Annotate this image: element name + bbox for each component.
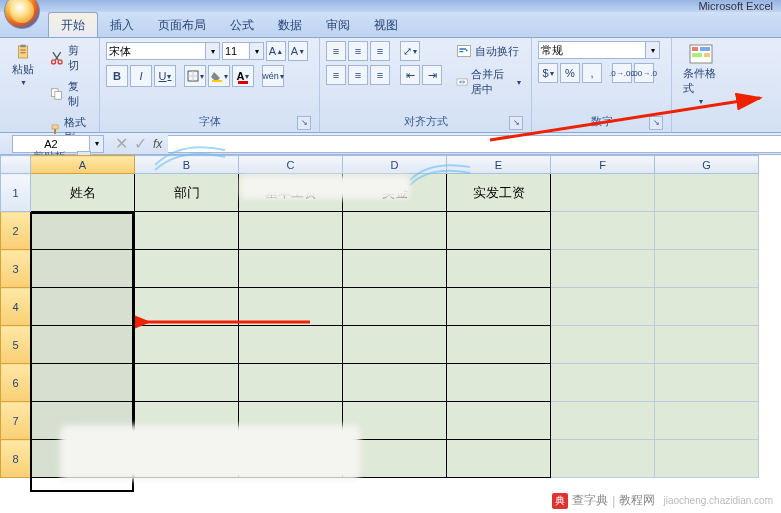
cell[interactable] — [655, 326, 759, 364]
cell[interactable] — [239, 288, 343, 326]
align-top-button[interactable]: ≡ — [326, 41, 346, 61]
cell[interactable] — [135, 288, 239, 326]
merge-center-button[interactable]: 合并后居中 — [452, 65, 525, 99]
conditional-format-button[interactable]: 条件格式 ▼ — [680, 41, 722, 108]
col-header-C[interactable]: C — [239, 156, 343, 174]
cell[interactable] — [447, 250, 551, 288]
align-center-button[interactable]: ≡ — [348, 65, 368, 85]
cell-F1[interactable] — [551, 174, 655, 212]
cell[interactable] — [551, 288, 655, 326]
cell[interactable] — [135, 326, 239, 364]
cell[interactable] — [239, 212, 343, 250]
fx-icon[interactable]: fx — [153, 137, 162, 151]
cell[interactable] — [135, 250, 239, 288]
cell[interactable] — [655, 402, 759, 440]
cell[interactable] — [551, 326, 655, 364]
cell[interactable] — [135, 212, 239, 250]
cell[interactable] — [239, 326, 343, 364]
decrease-indent-button[interactable]: ⇤ — [400, 65, 420, 85]
paste-button[interactable]: 粘贴 ▼ — [6, 41, 41, 89]
alignment-dialog-launcher[interactable]: ↘ — [509, 116, 523, 130]
grow-font-button[interactable]: A▲ — [266, 41, 286, 61]
underline-button[interactable]: U — [154, 65, 176, 87]
cell-A1[interactable]: 姓名 — [31, 174, 135, 212]
cell[interactable] — [447, 440, 551, 478]
row-header-4[interactable]: 4 — [1, 288, 31, 326]
orientation-button[interactable]: ⤢ — [400, 41, 420, 61]
tab-layout[interactable]: 页面布局 — [146, 13, 218, 37]
cell[interactable] — [655, 440, 759, 478]
font-family-combo[interactable]: ▾ — [106, 42, 220, 60]
increase-indent-button[interactable]: ⇥ — [422, 65, 442, 85]
cell-B1[interactable]: 部门 — [135, 174, 239, 212]
cell-E1[interactable]: 实发工资 — [447, 174, 551, 212]
cell[interactable] — [343, 288, 447, 326]
cell[interactable] — [31, 250, 135, 288]
cell[interactable] — [551, 250, 655, 288]
font-size-combo[interactable]: ▾ — [222, 42, 264, 60]
cell[interactable] — [447, 364, 551, 402]
increase-decimal-button[interactable]: .0→.00 — [612, 63, 632, 83]
cancel-icon[interactable]: ✕ — [115, 134, 128, 153]
tab-home[interactable]: 开始 — [48, 12, 98, 37]
col-header-A[interactable]: A — [31, 156, 135, 174]
cell[interactable] — [551, 440, 655, 478]
cell[interactable] — [655, 288, 759, 326]
cell[interactable] — [135, 364, 239, 402]
cell[interactable] — [343, 250, 447, 288]
cell[interactable] — [655, 250, 759, 288]
col-header-D[interactable]: D — [343, 156, 447, 174]
borders-button[interactable] — [184, 65, 206, 87]
fill-color-button[interactable] — [208, 65, 230, 87]
row-header-3[interactable]: 3 — [1, 250, 31, 288]
accounting-format-button[interactable]: $ — [538, 63, 558, 83]
tab-review[interactable]: 审阅 — [314, 13, 362, 37]
cell[interactable] — [239, 250, 343, 288]
number-dialog-launcher[interactable]: ↘ — [649, 116, 663, 130]
tab-insert[interactable]: 插入 — [98, 13, 146, 37]
cell[interactable] — [31, 364, 135, 402]
number-format-combo[interactable]: ▾ — [538, 41, 660, 59]
cell[interactable] — [655, 212, 759, 250]
row-header-7[interactable]: 7 — [1, 402, 31, 440]
cell[interactable] — [551, 364, 655, 402]
enter-icon[interactable]: ✓ — [134, 134, 147, 153]
col-header-F[interactable]: F — [551, 156, 655, 174]
font-dialog-launcher[interactable]: ↘ — [297, 116, 311, 130]
shrink-font-button[interactable]: A▼ — [288, 41, 308, 61]
row-header-6[interactable]: 6 — [1, 364, 31, 402]
cell[interactable] — [655, 364, 759, 402]
cell[interactable] — [31, 326, 135, 364]
cell[interactable] — [447, 326, 551, 364]
cell[interactable] — [551, 212, 655, 250]
cell[interactable] — [31, 288, 135, 326]
formula-input[interactable] — [168, 135, 781, 153]
tab-data[interactable]: 数据 — [266, 13, 314, 37]
cell-A2[interactable] — [31, 212, 135, 250]
tab-formula[interactable]: 公式 — [218, 13, 266, 37]
decrease-decimal-button[interactable]: .00→.0 — [634, 63, 654, 83]
col-header-E[interactable]: E — [447, 156, 551, 174]
font-color-button[interactable]: A — [232, 65, 254, 87]
row-header-1[interactable]: 1 — [1, 174, 31, 212]
comma-button[interactable]: , — [582, 63, 602, 83]
bold-button[interactable]: B — [106, 65, 128, 87]
row-header-8[interactable]: 8 — [1, 440, 31, 478]
col-header-G[interactable]: G — [655, 156, 759, 174]
cell[interactable] — [343, 212, 447, 250]
cell[interactable] — [447, 402, 551, 440]
cut-button[interactable]: 剪切 — [45, 41, 93, 75]
col-header-B[interactable]: B — [135, 156, 239, 174]
row-header-5[interactable]: 5 — [1, 326, 31, 364]
phonetic-button[interactable]: wén — [262, 65, 284, 87]
copy-button[interactable]: 复制 — [45, 77, 93, 111]
percent-button[interactable]: % — [560, 63, 580, 83]
select-all-corner[interactable] — [1, 156, 31, 174]
cell[interactable] — [343, 326, 447, 364]
italic-button[interactable]: I — [130, 65, 152, 87]
cell[interactable] — [551, 402, 655, 440]
cell[interactable] — [343, 364, 447, 402]
align-left-button[interactable]: ≡ — [326, 65, 346, 85]
align-right-button[interactable]: ≡ — [370, 65, 390, 85]
tab-view[interactable]: 视图 — [362, 13, 410, 37]
